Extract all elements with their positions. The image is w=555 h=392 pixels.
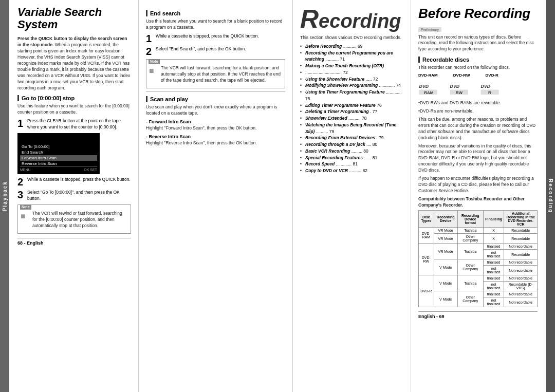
toc-item-2: Making a One Touch Recording (OTR) <box>300 63 403 69</box>
td-toshiba-3: Toshiba <box>457 275 483 291</box>
td-recordable-2: Recordable <box>504 234 538 244</box>
note-text-middle: The VCR will fast forward, searching for… <box>161 65 282 84</box>
preliminary-badge: Preliminary <box>418 27 441 32</box>
end-search-heading: End search <box>146 10 285 16</box>
dvd-ram-logo: DVD RAM <box>418 82 439 96</box>
th-recording-device: Recording Device <box>434 211 457 228</box>
scan-play-heading: Scan and play <box>146 96 285 102</box>
recording-intro: This section shows various DVD recording… <box>300 35 403 41</box>
toc-item-16: Copy to DVD or VCR .......... 82 <box>300 167 403 174</box>
table-row-dvd-rw-toshiba-vr: DVD-RW VR Mode Toshiba finalised Not rec… <box>419 244 538 250</box>
end-search-step-1: 1 While a cassette is stopped, press the… <box>146 33 285 44</box>
note-label: Note <box>20 204 31 210</box>
forward-scan-heading: - Forward Intro Scan <box>146 119 285 124</box>
recordable-desc: This recorder can record on the followin… <box>418 65 538 71</box>
recording-tab-label: Recording <box>548 179 553 213</box>
svg-text:R: R <box>488 90 491 95</box>
svg-text:RW: RW <box>456 90 463 95</box>
dvd-r-svg: DVD R <box>480 82 501 96</box>
table-row-dvd-ram-toshiba: DVD-RAM VR Mode Toshiba X Recordable <box>419 228 538 234</box>
td-recordable-1: Recordable <box>504 228 538 234</box>
step-2-text: While a cassette is stopped, press the Q… <box>27 177 131 183</box>
td-toshiba-2: Toshiba <box>457 244 483 259</box>
td-not-finalised-1: not finalised <box>483 250 504 259</box>
recording-big-r: R <box>300 5 319 33</box>
toc-item-0: Before Recording ........... 69 <box>300 43 403 50</box>
vcr-menu-item-2: Forward Intro Scan <box>20 155 97 161</box>
dvd-ram-type-label: DVD-RAM <box>418 73 438 78</box>
before-recording-intro: This unit can record on various types of… <box>418 34 538 53</box>
td-not-finalised-2: not finalised <box>483 266 504 275</box>
toc-item-4: Using the Showview Feature ..... 72 <box>300 76 403 83</box>
th-format: Recording Device format <box>457 211 483 228</box>
before-recording-para1: This can be due, among other reasons, to… <box>418 117 538 141</box>
end-search-step-2-text: Select "End Search", and perss the OK bu… <box>156 46 285 52</box>
end-search-desc: Use this feature when you want to search… <box>146 18 285 31</box>
page-right: English - 69 <box>418 314 445 319</box>
td-not-recordable-5: Not recordable <box>504 291 538 297</box>
dvd-rw-svg: DVD RW <box>449 82 470 96</box>
end-search-step-1-text: While a cassette is stopped, press the Q… <box>156 33 285 40</box>
td-not-recordable-1: Not recordable <box>504 244 538 250</box>
svg-text:RAM: RAM <box>424 90 434 95</box>
td-not-finalised-3: not finalised <box>483 282 504 291</box>
td-finalised-2: finalised <box>483 259 504 266</box>
recordable-discs-heading: Recordable discs <box>418 57 538 63</box>
page-numbers-left: 68 - English <box>17 238 131 246</box>
td-v-mode-3: V Mode <box>434 291 457 307</box>
td-v-mode-2: V Mode <box>434 275 457 291</box>
td-not-recordable-3: Not recordable <box>504 266 538 275</box>
vss-title: Variable Search System <box>17 6 131 31</box>
table-row-dvd-r-other: V Mode Other Company finalised Not recor… <box>419 291 538 297</box>
note-label-middle: Note <box>149 59 160 64</box>
svg-text:DVD: DVD <box>481 84 491 89</box>
step-2: 2 While a cassette is stopped, press the… <box>17 177 131 187</box>
toc-item-10: Watching the Images Being Recorded (Time… <box>300 122 403 135</box>
toc-item-8: Deleting a Timer Programming . 77 <box>300 108 403 115</box>
note-box-middle: Note ■ The VCR will fast forward, search… <box>146 59 285 89</box>
table-row-dvd-r-toshiba: DVD-R V Mode Toshiba finalised Not recor… <box>419 275 538 282</box>
dvd-r-logo: DVD R <box>480 82 501 96</box>
toc-item-11: Recording From External Devices . 79 <box>300 135 403 141</box>
page-numbers-right: English - 69 <box>418 311 538 319</box>
dvd-rw-logo: DVD RW <box>449 82 470 96</box>
td-not-finalised-4: not finalised <box>483 297 504 307</box>
vcr-bottom-bar: MENU OK SET <box>20 166 97 172</box>
before-recording-title: Before Recording <box>418 6 538 21</box>
note-icon-middle: ■ <box>149 65 158 77</box>
vcr-menu-label: MENU <box>20 168 31 172</box>
dvd-logos: DVD RAM DVD RW DVD R <box>418 82 538 96</box>
toc-item-12: Recording through a DV jack .... 80 <box>300 141 403 148</box>
page-left: 68 - English <box>17 240 44 246</box>
vss-intro: Press the QUICK button to display the se… <box>17 36 131 91</box>
playback-tab: Playback <box>0 0 9 392</box>
td-finalised-4: finalised <box>483 291 504 297</box>
td-other-1: Other Company <box>457 234 483 244</box>
svg-text:DVD: DVD <box>450 84 460 89</box>
th-additional: Additional Recording in the DVD Recorder… <box>504 211 538 228</box>
table-row-dvd-rw-other-v: V Mode Other Company finalised Not recor… <box>419 259 538 266</box>
td-other-3: Other Company <box>457 291 483 307</box>
toc-item-13: Basic VCR Recording ......... 80 <box>300 148 403 155</box>
toc-item-5: Modifying Showview Programming .........… <box>300 82 403 89</box>
th-finalising: Finalising <box>483 211 504 228</box>
td-dvd-rw: DVD-RW <box>419 244 434 275</box>
end-search-step-2: 2 Select "End Search", and perss the OK … <box>146 46 285 57</box>
toc-item-6: Using the Timer Programming Feature ....… <box>300 89 403 102</box>
toc-item-7: Editing Timer Programme Feature 76 <box>300 102 403 109</box>
recording-tab: Recording <box>546 0 555 392</box>
compat-table: Disc Types Recording Device Recording De… <box>418 210 538 307</box>
recording-title: Recording <box>300 6 403 32</box>
reverse-scan-desc: Highlight "Reverse Intro Scan", then pre… <box>146 140 285 146</box>
td-not-recordable-2: Not recordable <box>504 259 538 266</box>
td-vr-mode-2: VR Mode <box>434 234 457 244</box>
td-toshiba-1: Toshiba <box>457 228 483 234</box>
note-text-left: The VCR will rewind or fast forward, sea… <box>32 211 128 229</box>
td-finalised-3: finalised <box>483 275 504 282</box>
td-v-mode-1: V Mode <box>434 259 457 275</box>
vcr-menu-item-0: Go To [0:00:00] <box>20 144 97 150</box>
scan-play-desc: Use scan and play when you don't know ex… <box>146 104 285 117</box>
note-box-left: Note ■ The VCR will rewind or fast forwa… <box>17 204 131 234</box>
before-recording-para2: Moreover, because of variations in the q… <box>418 143 538 174</box>
step-3: 3 Select "Go To [0:00:00]", and then pre… <box>17 190 131 202</box>
